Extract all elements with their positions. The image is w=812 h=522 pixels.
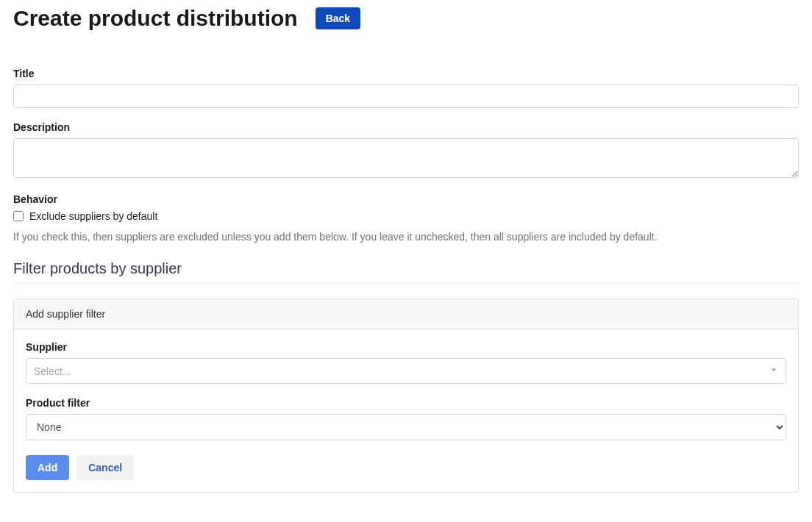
supplier-select[interactable]: Select... [26,358,786,384]
card-header: Add supplier filter [14,299,798,329]
cancel-button[interactable]: Cancel [76,455,134,480]
back-button[interactable]: Back [316,7,360,29]
title-label: Title [13,68,799,79]
description-label: Description [13,121,799,133]
description-textarea[interactable] [13,138,799,178]
add-button[interactable]: Add [26,455,69,480]
filter-section-heading: Filter products by supplier [13,260,799,284]
product-filter-label: Product filter [26,397,786,409]
product-filter-select[interactable]: None [26,414,786,440]
page-title: Create product distribution [13,6,298,31]
behavior-help-text: If you check this, then suppliers are ex… [13,231,799,243]
supplier-label: Supplier [26,341,786,353]
add-supplier-filter-card: Add supplier filter Supplier Select... P… [13,298,799,493]
title-input[interactable] [13,85,799,108]
exclude-suppliers-checkbox-label: Exclude suppliers by default [29,210,157,222]
exclude-suppliers-checkbox[interactable] [13,211,24,221]
behavior-label: Behavior [13,193,799,205]
